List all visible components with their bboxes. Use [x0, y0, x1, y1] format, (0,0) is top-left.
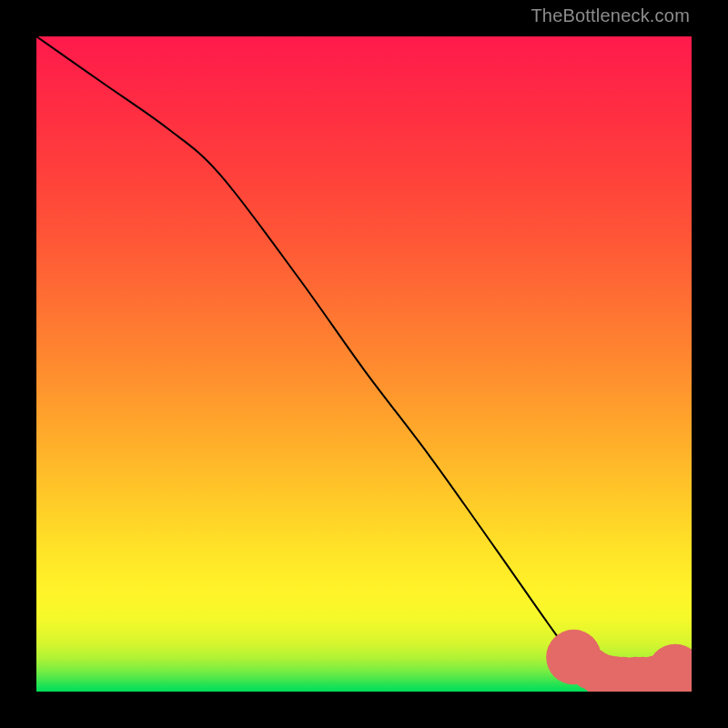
chart-svg — [36, 36, 692, 692]
gradient-background — [36, 36, 692, 692]
chart-stage: TheBottleneck.com — [0, 0, 728, 728]
attribution-text: TheBottleneck.com — [531, 5, 690, 26]
plot-area — [36, 36, 692, 692]
